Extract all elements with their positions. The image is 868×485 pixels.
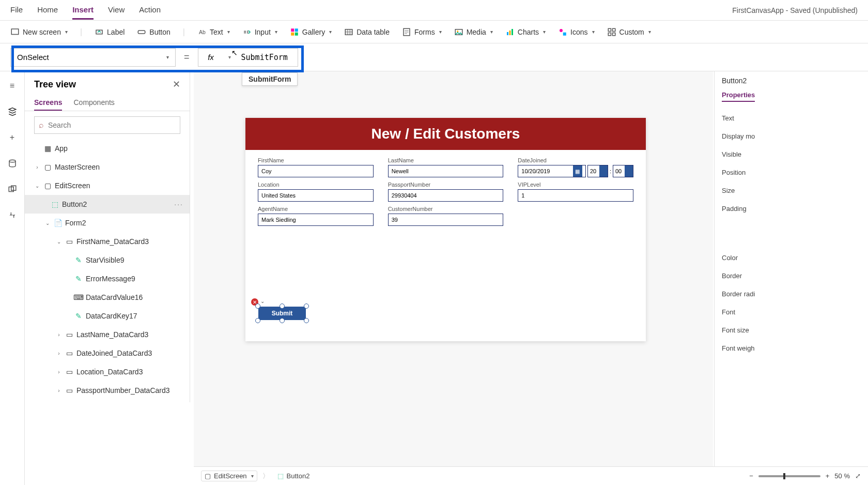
- input-vip[interactable]: [518, 189, 633, 202]
- resize-handle[interactable]: [255, 318, 260, 323]
- breadcrumb-control[interactable]: ⬚ Button2: [274, 471, 313, 481]
- prop-size[interactable]: Size: [722, 181, 868, 200]
- tree-node-datejoined-card[interactable]: ›▭DateJoined_DataCard3: [25, 344, 190, 362]
- hamburger-icon[interactable]: ≡: [7, 81, 18, 91]
- tree-view-icon[interactable]: [7, 107, 18, 117]
- tree-node-form2[interactable]: ⌄📄Form2: [25, 214, 190, 232]
- equals-sign: =: [184, 52, 190, 63]
- forms-dropdown[interactable]: Forms▾: [402, 27, 442, 37]
- advanced-tools-icon[interactable]: [7, 210, 18, 220]
- media-pane-icon[interactable]: [7, 184, 18, 194]
- zoom-in-button[interactable]: +: [826, 472, 830, 480]
- menu-file[interactable]: File: [10, 1, 23, 20]
- tree-node-vip-card[interactable]: ›▭VIPLevel_DataCard3: [25, 400, 190, 402]
- new-screen-button[interactable]: New screen▾: [10, 27, 68, 37]
- zoom-value: 50 %: [834, 472, 850, 480]
- field-agent: AgentName: [258, 206, 374, 226]
- input-date[interactable]: 10/20/2019▦: [518, 165, 586, 177]
- tree-node-firstname-card[interactable]: ⌄▭FirstName_DataCard3: [25, 232, 190, 251]
- prop-font-weight[interactable]: Font weigh: [722, 339, 868, 357]
- fit-to-screen-icon[interactable]: ⤢: [855, 472, 861, 480]
- tree-node-datacardvalue[interactable]: ⌨DataCardValue16: [25, 288, 190, 307]
- data-table-button[interactable]: Data table: [344, 27, 390, 37]
- custom-dropdown[interactable]: Custom▾: [607, 27, 651, 37]
- charts-dropdown[interactable]: Charts▾: [505, 27, 546, 37]
- label-custnum: CustomerNumber: [388, 206, 504, 212]
- prop-displaymode[interactable]: Display mo: [722, 127, 868, 145]
- input-firstname[interactable]: [258, 165, 374, 177]
- label-button[interactable]: Label: [95, 27, 125, 37]
- zoom-slider[interactable]: [758, 475, 820, 477]
- data-icon[interactable]: [7, 158, 18, 169]
- custom-icon: [607, 27, 616, 37]
- breadcrumb-screen[interactable]: ▢ EditScreen ▾: [201, 471, 257, 481]
- icons-icon: [558, 27, 567, 37]
- tree-node-starvisible[interactable]: ✎StarVisible9: [25, 251, 190, 269]
- prop-padding[interactable]: Padding: [722, 200, 868, 218]
- tree-node-datacardkey[interactable]: ✎DataCardKey17: [25, 307, 190, 325]
- resize-handle[interactable]: [255, 304, 260, 309]
- hour-dropdown[interactable]: 20: [587, 165, 608, 177]
- prop-position[interactable]: Position: [722, 163, 868, 181]
- chevron-down-icon: ▾: [275, 29, 277, 35]
- input-passport[interactable]: [388, 189, 504, 202]
- tree-node-button2[interactable]: ⬚Button2···: [25, 195, 190, 214]
- close-icon[interactable]: ✕: [173, 79, 180, 90]
- button-button[interactable]: Button: [137, 27, 170, 37]
- input-location[interactable]: [258, 189, 374, 202]
- tree-title: Tree view: [34, 79, 76, 90]
- prop-font[interactable]: Font: [722, 303, 868, 321]
- tree-node-lastname-card[interactable]: ›▭LastName_DataCard3: [25, 325, 190, 344]
- text-dropdown[interactable]: Ab Text▾: [197, 27, 230, 37]
- canvas-area[interactable]: New / Edit Customers FirstName LastName …: [194, 71, 713, 466]
- resize-handle[interactable]: [304, 304, 309, 309]
- menu-action[interactable]: Action: [139, 1, 161, 20]
- formula-input[interactable]: SubmitForm: [236, 48, 298, 67]
- input-lastname[interactable]: [388, 165, 504, 177]
- submit-selection[interactable]: ✕ ⌄ Submit: [258, 307, 306, 320]
- menu-home[interactable]: Home: [37, 1, 58, 20]
- gallery-dropdown[interactable]: Gallery▾: [290, 27, 332, 37]
- tree-search[interactable]: ⌕: [34, 116, 180, 134]
- tab-properties[interactable]: Properties: [722, 91, 755, 102]
- property-selector[interactable]: OnSelect ▾: [10, 48, 176, 67]
- chevron-down-icon: ▾: [439, 29, 442, 35]
- tree-node-location-card[interactable]: ›▭Location_DataCard3: [25, 362, 190, 381]
- insert-pane-icon[interactable]: +: [7, 132, 18, 143]
- input-custnum[interactable]: [388, 214, 504, 226]
- resize-handle[interactable]: [280, 318, 285, 323]
- tab-components[interactable]: Components: [73, 95, 114, 111]
- minute-dropdown[interactable]: 00: [613, 165, 633, 177]
- tree-node-app[interactable]: ▦App: [25, 139, 190, 158]
- search-input[interactable]: [48, 121, 176, 129]
- tree-node-errormessage[interactable]: ✎ErrorMessage9: [25, 269, 190, 288]
- menu-insert[interactable]: Insert: [72, 1, 94, 20]
- tree-node-masterscreen[interactable]: ›▢MasterScreen: [25, 158, 190, 176]
- label-location: Location: [258, 181, 374, 188]
- prop-font-size[interactable]: Font size: [722, 321, 868, 339]
- input-dropdown[interactable]: Input▾: [242, 27, 277, 37]
- fx-expand[interactable]: ▾: [224, 48, 236, 67]
- prop-border-radius[interactable]: Border radi: [722, 285, 868, 303]
- zoom-out-button[interactable]: −: [749, 472, 753, 480]
- chevron-down-icon[interactable]: ⌄: [260, 298, 265, 304]
- icons-dropdown[interactable]: Icons▾: [558, 27, 594, 37]
- menu-view[interactable]: View: [108, 1, 125, 20]
- tab-screens[interactable]: Screens: [34, 95, 62, 111]
- field-custnum: CustomerNumber: [388, 206, 504, 226]
- field-location: Location: [258, 181, 374, 202]
- resize-handle[interactable]: [304, 318, 309, 323]
- svg-rect-2: [138, 31, 146, 34]
- input-agent[interactable]: [258, 214, 374, 226]
- prop-text[interactable]: Text: [722, 109, 868, 127]
- prop-border[interactable]: Border: [722, 267, 868, 285]
- prop-color[interactable]: Color: [722, 249, 868, 267]
- screen-icon: ▢: [205, 472, 211, 480]
- media-dropdown[interactable]: Media▾: [454, 27, 493, 37]
- more-icon[interactable]: ···: [174, 200, 183, 208]
- resize-handle[interactable]: [280, 304, 285, 309]
- tree-node-passport-card[interactable]: ›▭PassportNumber_DataCard3: [25, 381, 190, 400]
- intellisense-tooltip[interactable]: SubmitForm: [242, 72, 298, 86]
- tree-node-editscreen[interactable]: ⌄▢EditScreen: [25, 176, 190, 195]
- prop-visible[interactable]: Visible: [722, 145, 868, 163]
